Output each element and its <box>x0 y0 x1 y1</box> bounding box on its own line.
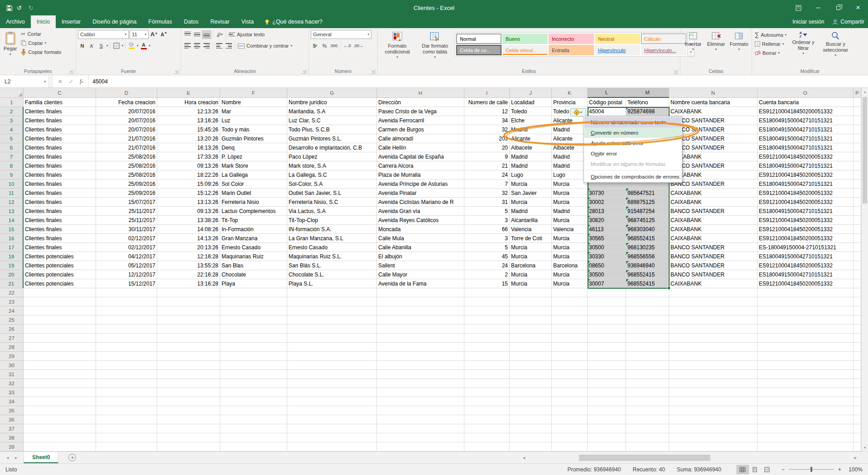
cell-C32[interactable] <box>24 379 96 388</box>
cell-I33[interactable] <box>464 388 510 397</box>
tab-archivo[interactable]: Archivo <box>0 15 31 28</box>
cell-O1[interactable]: Cuenta bancaria <box>757 98 854 107</box>
cell-G21[interactable]: Playa S.L. <box>287 279 377 288</box>
cell-P6[interactable] <box>854 143 861 152</box>
cell-L15[interactable]: 46113 <box>588 225 626 234</box>
cell-F27[interactable] <box>220 334 287 343</box>
context-menu-item-5[interactable]: Opciones de comprobación de errores... <box>584 171 681 182</box>
align-bottom-button[interactable] <box>202 30 211 39</box>
cell-J4[interactable]: Madrid <box>510 125 552 134</box>
cell-G26[interactable] <box>287 325 377 334</box>
cell-D13[interactable]: 25/11/2017 <box>96 207 157 216</box>
row-header-31[interactable]: 31 <box>0 370 24 379</box>
cell-N18[interactable]: BANCO SANTANDER <box>669 252 757 261</box>
cell-H34[interactable] <box>377 397 464 406</box>
cell-I1[interactable]: Numero de calle <box>464 98 510 107</box>
cut-button[interactable]: ✂Cortar <box>20 29 62 38</box>
cell-J3[interactable]: Elche <box>510 116 552 125</box>
cell-E33[interactable] <box>157 388 220 397</box>
cell-I37[interactable] <box>464 424 510 433</box>
scroll-left-icon[interactable]: ◄ <box>522 456 526 460</box>
cell-C19[interactable]: Clientes potenciales <box>24 261 96 270</box>
cell-H35[interactable] <box>377 406 464 415</box>
cell-C21[interactable]: Clientes potenciales <box>24 279 96 288</box>
next-sheet-icon[interactable]: ▸ <box>15 455 17 460</box>
cell-E4[interactable]: 15:45:26 <box>157 125 220 134</box>
cell-E37[interactable] <box>157 424 220 433</box>
cell-H18[interactable]: El albujón <box>377 252 464 261</box>
cell-P15[interactable] <box>854 225 861 234</box>
cell-D37[interactable] <box>96 424 157 433</box>
cell-N28[interactable] <box>669 343 757 352</box>
cell-G4[interactable]: Todo Plus, S.C.B <box>287 125 377 134</box>
undo-button[interactable]: ↺▾ <box>15 4 25 12</box>
row-header-13[interactable]: 13 <box>0 207 24 216</box>
cell-E18[interactable]: 12:16:28 <box>157 252 220 261</box>
cell-H3[interactable]: Avenida Ferrocarril <box>377 116 464 125</box>
close-button[interactable]: ✕ <box>848 0 868 15</box>
cell-I32[interactable] <box>464 379 510 388</box>
cell-C31[interactable] <box>24 370 96 379</box>
underline-dropdown-icon[interactable]: ▾ <box>106 44 108 48</box>
row-header-28[interactable]: 28 <box>0 343 24 352</box>
row-header-34[interactable]: 34 <box>0 397 24 406</box>
error-smart-tag[interactable]: ! ▾ <box>570 108 586 116</box>
zoom-level[interactable]: 100% <box>845 466 863 473</box>
cell-I24[interactable] <box>464 306 510 315</box>
cell-P13[interactable] <box>854 207 861 216</box>
cell-C38[interactable] <box>24 433 96 442</box>
cell-H21[interactable]: Avenida de la Fama <box>377 279 464 288</box>
cell-I36[interactable] <box>464 415 510 424</box>
cell-M36[interactable] <box>626 415 669 424</box>
row-header-25[interactable]: 25 <box>0 315 24 325</box>
cell-N37[interactable] <box>669 424 757 433</box>
cell-L17[interactable]: 30500 <box>588 243 626 252</box>
cell-O32[interactable] <box>757 379 854 388</box>
cell-H29[interactable] <box>377 352 464 361</box>
column-header-E[interactable]: E <box>157 88 220 98</box>
row-header-20[interactable]: 20 <box>0 270 24 279</box>
cell-H22[interactable] <box>377 288 464 297</box>
cell-H37[interactable] <box>377 424 464 433</box>
cell-D34[interactable] <box>96 397 157 406</box>
cell-P39[interactable] <box>854 442 861 451</box>
cell-K27[interactable] <box>552 334 588 343</box>
cell-P12[interactable] <box>854 198 861 207</box>
cell-I31[interactable] <box>464 370 510 379</box>
cell-I16[interactable]: 3 <box>464 234 510 243</box>
cell-O23[interactable] <box>757 297 854 306</box>
cell-N21[interactable]: CAIXABANK <box>669 279 757 288</box>
cell-N24[interactable] <box>669 306 757 315</box>
cell-C33[interactable] <box>24 388 96 397</box>
cell-P25[interactable] <box>854 315 861 325</box>
zoom-in-button[interactable]: + <box>838 466 841 473</box>
context-menu-item-1[interactable]: Convertir en número <box>584 127 681 138</box>
increase-indent-button[interactable] <box>224 42 233 50</box>
orientation-button[interactable]: ab▾ <box>215 30 224 39</box>
row-header-14[interactable]: 14 <box>0 216 24 225</box>
cell-D16[interactable]: 02/12/2017 <box>96 234 157 243</box>
cell-O34[interactable] <box>757 397 854 406</box>
cell-P34[interactable] <box>854 397 861 406</box>
cell-P27[interactable] <box>854 334 861 343</box>
cell-I21[interactable]: 15 <box>464 279 510 288</box>
cell-F28[interactable] <box>220 343 287 352</box>
cell-K14[interactable]: Murcia <box>552 216 588 225</box>
cell-N10[interactable]: BANCO SANTANDER <box>669 179 757 189</box>
row-header-22[interactable]: 22 <box>0 288 24 297</box>
cell-I3[interactable]: 34 <box>464 116 510 125</box>
font-size-combo[interactable]: 11▾ <box>130 30 149 39</box>
cell-style-celda-de-co-[interactable]: Celda de co... <box>456 45 502 55</box>
cell-style-bueno[interactable]: Bueno <box>502 34 548 44</box>
cell-O24[interactable] <box>757 306 854 315</box>
cell-C39[interactable] <box>24 442 96 451</box>
cell-C13[interactable]: Clientes finales <box>24 207 96 216</box>
cell-J8[interactable]: Madrid <box>510 161 552 170</box>
cell-L22[interactable] <box>588 288 626 297</box>
cell-P36[interactable] <box>854 415 861 424</box>
cell-I18[interactable]: 45 <box>464 252 510 261</box>
cell-N19[interactable]: BANCO SANTANDER <box>669 261 757 270</box>
alignment-dialog-launcher-icon[interactable]: ↘ <box>302 69 306 74</box>
cell-H9[interactable]: Plaza de Murralla <box>377 170 464 179</box>
cell-P26[interactable] <box>854 325 861 334</box>
